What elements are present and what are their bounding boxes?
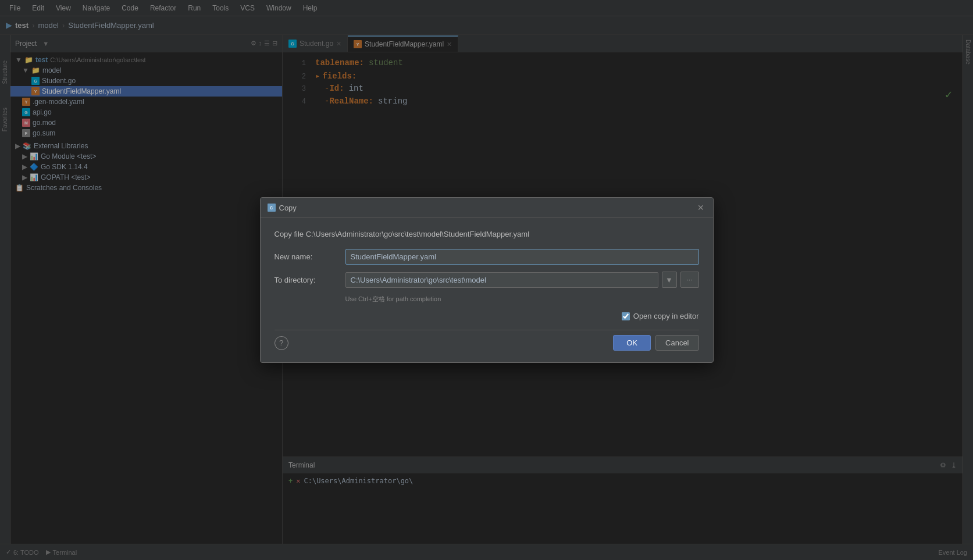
dialog-title-bar: C Copy ✕: [261, 198, 713, 218]
dir-input-row: ▼ ···: [345, 272, 699, 288]
dialog-footer: ? OK Cancel: [275, 330, 699, 351]
cancel-button[interactable]: Cancel: [655, 335, 698, 351]
new-name-field: New name:: [275, 249, 699, 265]
dir-dropdown-button[interactable]: ▼: [662, 272, 677, 288]
dialog-title-left: C Copy: [268, 204, 297, 212]
dialog-close-button[interactable]: ✕: [696, 202, 706, 213]
new-name-label: New name:: [275, 252, 338, 261]
help-button[interactable]: ?: [275, 336, 288, 350]
to-dir-field: To directory: ▼ ···: [275, 272, 699, 288]
copy-dialog: C Copy ✕ Copy file C:\Users\Administrato…: [260, 197, 714, 363]
dialog-overlay: C Copy ✕ Copy file C:\Users\Administrato…: [0, 0, 973, 560]
dir-input[interactable]: [345, 272, 658, 288]
open-copy-checkbox[interactable]: [622, 312, 630, 320]
new-name-input[interactable]: [345, 249, 699, 265]
dialog-description: Copy file C:\Users\Administrator\go\src\…: [275, 230, 699, 238]
ok-button[interactable]: OK: [613, 335, 651, 351]
checkbox-row: Open copy in editor: [275, 312, 699, 320]
dialog-copy-icon: C: [268, 204, 276, 212]
dir-browse-button[interactable]: ···: [680, 272, 699, 288]
dialog-title-text: Copy: [279, 204, 297, 212]
open-copy-label[interactable]: Open copy in editor: [633, 312, 699, 320]
path-completion-hint: Use Ctrl+空格 for path completion: [275, 295, 699, 304]
dialog-body: Copy file C:\Users\Administrator\go\src\…: [261, 218, 713, 362]
to-dir-label: To directory:: [275, 276, 338, 284]
dialog-actions: OK Cancel: [613, 335, 698, 351]
